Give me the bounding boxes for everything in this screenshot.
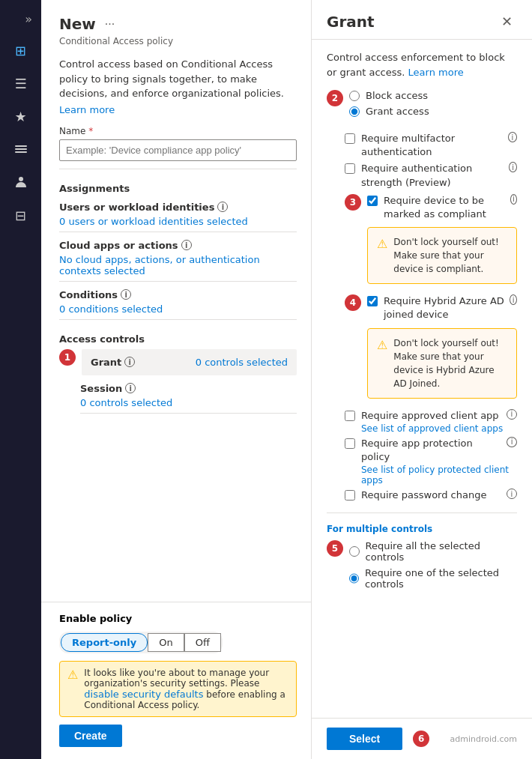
page-header: New ···: [59, 15, 297, 33]
password-change-info-icon[interactable]: i: [507, 489, 517, 499]
cloud-apps-link[interactable]: No cloud apps, actions, or authenticatio…: [59, 254, 297, 276]
users-info-icon[interactable]: i: [217, 202, 228, 212]
layers-icon[interactable]: [6, 134, 36, 164]
device-compliant-info-icon[interactable]: i: [510, 194, 517, 205]
grant-panel: Grant ✕ Control access enforcement to bl…: [311, 0, 532, 759]
enable-policy-section: Enable policy Report-only On Off ⚠ It lo…: [41, 602, 315, 759]
cloud-apps-label: Cloud apps or actions: [59, 240, 178, 251]
app-protection-label[interactable]: Require app protection policy: [361, 437, 504, 464]
conditions-info-icon[interactable]: i: [121, 289, 131, 300]
hybrid-ad-checkbox[interactable]: [367, 296, 378, 306]
panel-description: Control access enforcement to block or g…: [327, 50, 517, 79]
page-subtitle: Conditional Access policy: [59, 36, 297, 46]
device-compliant-checkbox[interactable]: [367, 196, 378, 206]
page-title: New: [59, 15, 96, 33]
off-toggle[interactable]: Off: [184, 633, 221, 652]
on-toggle[interactable]: On: [148, 633, 184, 652]
auth-strength-info-icon[interactable]: i: [509, 162, 517, 172]
grant-info-icon[interactable]: i: [124, 357, 135, 367]
grant-access-radio[interactable]: [349, 106, 360, 117]
admindroid-credit: admindroid.com: [450, 734, 518, 744]
learn-more-link[interactable]: Learn more: [59, 104, 115, 115]
step3-badge: 3: [345, 194, 361, 211]
mfa-info-icon[interactable]: i: [508, 132, 517, 142]
require-one-radio[interactable]: [349, 573, 359, 584]
require-one-label[interactable]: Require one of the selected controls: [365, 567, 517, 590]
step1-badge: 1: [59, 349, 76, 366]
menu-icon[interactable]: ☰: [6, 68, 36, 98]
hybrid-ad-warning-text: Don't lock yourself out! Make sure that …: [393, 336, 507, 390]
enable-policy-title: Enable policy: [59, 613, 297, 624]
conditions-section: Conditions i 0 conditions selected: [59, 289, 297, 320]
page-description: Control access based on Conditional Acce…: [59, 57, 297, 101]
grant-access-label[interactable]: Grant access: [366, 106, 429, 117]
block-access-row: Block access: [349, 90, 429, 101]
app-protection-info-icon[interactable]: i: [507, 437, 517, 447]
panel-title: Grant: [327, 13, 375, 31]
require-all-label[interactable]: Require all the selected controls: [366, 540, 517, 563]
hybrid-ad-info-icon[interactable]: i: [510, 294, 517, 305]
mfa-label[interactable]: Require multifactor authentication: [361, 132, 505, 159]
svg-rect-1: [15, 148, 27, 150]
session-section: Session i 0 controls selected: [80, 383, 297, 414]
app-protection-link[interactable]: See list of policy protected client apps: [361, 465, 517, 486]
warning-text: It looks like you're about to manage you…: [84, 668, 288, 710]
device-compliant-row: Require device to be marked as compliant…: [367, 194, 517, 221]
multiple-controls-label: For multiple controls: [327, 524, 517, 534]
require-one-row: Require one of the selected controls: [349, 567, 517, 590]
svg-rect-2: [15, 151, 27, 153]
app-protection-checkbox[interactable]: [345, 438, 355, 449]
conditions-link[interactable]: 0 conditions selected: [59, 303, 297, 315]
hybrid-ad-warning: ⚠ Don't lock yourself out! Make sure tha…: [367, 328, 517, 399]
approved-client-label[interactable]: Require approved client app: [361, 409, 499, 423]
access-controls-section: Access controls 1 Grant i 0 controls sel…: [59, 333, 297, 414]
cloud-apps-info-icon[interactable]: i: [181, 240, 192, 250]
conditions-label: Conditions: [59, 289, 118, 300]
hybrid-ad-label[interactable]: Require Hybrid Azure AD joined device: [384, 294, 507, 321]
dashboard-icon[interactable]: ⊟: [6, 200, 36, 230]
auth-strength-checkbox[interactable]: [345, 163, 355, 174]
require-all-row: Require all the selected controls: [349, 540, 517, 563]
users-section: Users or workload identities i 0 users o…: [59, 202, 297, 232]
mfa-checkbox[interactable]: [345, 133, 355, 144]
block-access-radio[interactable]: [349, 91, 360, 101]
approved-client-link[interactable]: See list of approved client apps: [361, 423, 517, 434]
svg-rect-0: [15, 145, 27, 147]
auth-strength-row: Require authentication strength (Preview…: [345, 162, 517, 189]
ellipsis-button[interactable]: ···: [102, 17, 118, 31]
grant-access-row: Grant access: [349, 106, 429, 117]
approved-client-checkbox[interactable]: [345, 411, 355, 421]
device-compliant-label[interactable]: Require device to be marked as compliant: [384, 194, 507, 221]
users-link[interactable]: 0 users or workload identities selected: [59, 216, 297, 227]
device-compliant-wrapper: 3 Require device to be marked as complia…: [345, 194, 517, 290]
name-input[interactable]: [59, 139, 297, 161]
grid-icon[interactable]: ⊞: [6, 35, 36, 65]
session-label: Session: [80, 383, 122, 394]
hybrid-ad-wrapper: 4 Require Hybrid Azure AD joined device …: [345, 294, 517, 404]
grant-learn-more-link[interactable]: Learn more: [408, 67, 464, 78]
session-info-icon[interactable]: i: [125, 383, 136, 393]
enable-policy-warning: ⚠ It looks like you're about to manage y…: [59, 661, 297, 717]
password-change-checkbox[interactable]: [345, 490, 355, 501]
star-icon[interactable]: ★: [6, 101, 36, 131]
person-icon[interactable]: [6, 167, 36, 197]
close-panel-button[interactable]: ✕: [497, 12, 517, 31]
auth-strength-label[interactable]: Require authentication strength (Preview…: [361, 162, 506, 189]
session-link[interactable]: 0 controls selected: [80, 397, 297, 408]
step5-badge: 5: [327, 540, 343, 557]
users-label: Users or workload identities: [59, 202, 214, 213]
approved-client-info-icon[interactable]: i: [507, 409, 517, 420]
password-change-label[interactable]: Require password change: [361, 489, 486, 502]
block-access-label[interactable]: Block access: [366, 90, 428, 101]
disable-defaults-link[interactable]: disable security defaults: [84, 689, 203, 700]
password-change-row: Require password change i: [345, 489, 517, 502]
grant-control-row[interactable]: Grant i 0 controls selected: [82, 349, 297, 375]
require-all-radio[interactable]: [349, 546, 360, 557]
sidebar-toggle[interactable]: »: [19, 6, 38, 32]
device-compliant-warning-text: Don't lock yourself out! Make sure that …: [393, 235, 507, 276]
svg-point-3: [19, 177, 23, 181]
create-button[interactable]: Create: [59, 725, 122, 747]
report-only-toggle[interactable]: Report-only: [61, 633, 148, 652]
select-button[interactable]: Select: [327, 728, 402, 750]
assignments-title: Assignments: [59, 183, 297, 194]
